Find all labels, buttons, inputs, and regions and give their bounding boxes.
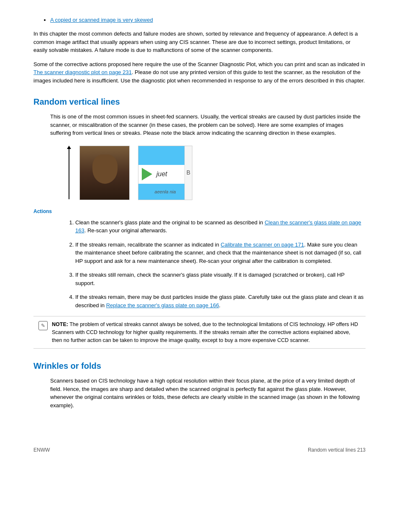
img2-text: juet [156, 169, 167, 179]
action-1-text-before: Clean the scanner's glass plate and the … [75, 219, 265, 226]
action-3-text: If the streaks still remain, check the s… [75, 272, 345, 286]
action-item-4: If the streaks remain, there may be dust… [75, 293, 366, 309]
action-4-text-after: . [219, 302, 221, 308]
section2-heading: Wrinkles or folds [33, 361, 366, 371]
note-label: NOTE: [52, 321, 68, 327]
footer-right: Random vertical lines 213 [308, 447, 366, 453]
direction-arrow [67, 146, 71, 200]
action-2-text-before: If the streaks remain, recalibrate the s… [75, 242, 221, 248]
face-image [80, 146, 129, 200]
page-content: A copied or scanned image is very skewed… [0, 0, 399, 426]
img2-bottom-band: aeenla nia [138, 184, 192, 200]
section2-body: Scanners based on CIS technology have a … [50, 377, 366, 409]
note-text: NOTE: The problem of vertical streaks ca… [52, 321, 361, 344]
section2-intro: Scanners based on CIS technology have a … [50, 377, 366, 409]
footer-left: ENWW [33, 447, 50, 453]
example-image-2: juet aeenla nia B [138, 146, 192, 200]
img2-right-bar: B [184, 146, 192, 200]
img2-green-arrow [142, 168, 152, 180]
intro-para-2-text-before: Some of the corrective actions proposed … [33, 61, 365, 67]
actions-list: Clean the scanner's glass plate and the … [75, 218, 366, 310]
calibrate-link[interactable]: Calibrate the scanner on page 171 [221, 242, 304, 248]
page-footer: ENWW Random vertical lines 213 [0, 439, 399, 461]
arrow-head [67, 146, 71, 149]
img2-middle-section: juet [138, 165, 192, 184]
actions-label: Actions [33, 208, 366, 214]
section1-body: This is one of the most common issues in… [50, 113, 366, 200]
intro-para-2: Some of the corrective actions proposed … [33, 60, 366, 85]
action-item-1: Clean the scanner's glass plate and the … [75, 218, 366, 235]
replace-glass-link[interactable]: Replace the scanner's glass plate on pag… [106, 302, 219, 308]
note-body: The problem of vertical streaks cannot a… [52, 321, 358, 343]
bullet-item: A copied or scanned image is very skewed [50, 17, 366, 23]
note-icon [38, 321, 48, 330]
img2-top-band [138, 146, 192, 165]
action-1-text-after: . Re-scan your original afterwards. [84, 227, 167, 234]
note-box: NOTE: The problem of vertical streaks ca… [33, 316, 366, 349]
action-item-2: If the streaks remain, recalibrate the s… [75, 241, 366, 265]
arrow-line [69, 149, 69, 199]
bullet-list: A copied or scanned image is very skewed [50, 17, 366, 23]
section1-heading: Random vertical lines [33, 97, 366, 107]
example-image-1 [79, 146, 130, 200]
skewed-image-link[interactable]: A copied or scanned image is very skewed [50, 17, 153, 23]
example-images: juet aeenla nia B [67, 146, 366, 200]
action-item-3: If the streaks still remain, check the s… [75, 271, 366, 287]
section1-intro: This is one of the most common issues in… [50, 113, 366, 137]
intro-para-1: In this chapter the most common defects … [33, 30, 366, 54]
diagnostic-plot-link[interactable]: The scanner diagnostic plot on page 231 [33, 69, 132, 75]
